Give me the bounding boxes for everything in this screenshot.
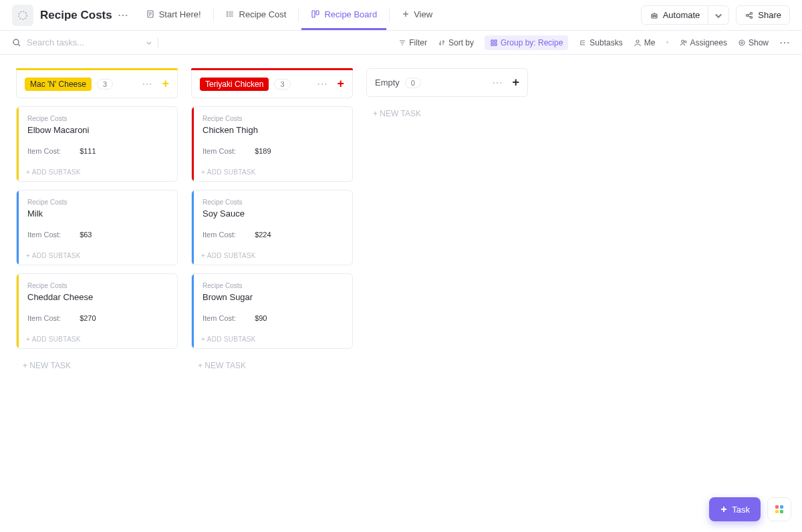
subtasks-icon <box>579 39 587 47</box>
show-button[interactable]: Show <box>738 38 769 47</box>
add-subtask-button[interactable]: + ADD SUBTASK <box>192 247 352 265</box>
view-tabs: Start Here! Recipe Cost Recipe Board Vie… <box>136 0 442 30</box>
automate-button[interactable]: Automate <box>641 5 709 25</box>
apps-icon <box>775 505 783 513</box>
add-subtask-button[interactable]: + ADD SUBTASK <box>17 330 177 348</box>
dashed-circle-icon <box>17 10 28 21</box>
plus-icon <box>720 505 728 513</box>
card-list-name: Recipe Costs <box>27 198 168 206</box>
column-count: 3 <box>274 79 290 90</box>
page-title: Recipe Costs <box>40 9 112 22</box>
task-card[interactable]: Recipe Costs Elbow Macaroni Item Cost:$1… <box>16 106 178 182</box>
column-menu-icon[interactable]: ⋯ <box>142 78 152 90</box>
column-menu-icon[interactable]: ⋯ <box>492 76 503 89</box>
tab-separator <box>298 9 299 22</box>
column-add-icon[interactable]: + <box>512 76 519 90</box>
doc-icon <box>146 9 155 19</box>
card-list-name: Recipe Costs <box>203 282 343 289</box>
filter-button[interactable]: Filter <box>398 38 427 47</box>
column-header: Mac 'N' Cheese 3 ⋯ + <box>16 70 178 98</box>
add-subtask-button[interactable]: + ADD SUBTASK <box>192 330 352 348</box>
card-title: Soy Sauce <box>203 209 343 219</box>
sort-icon <box>438 39 446 47</box>
card-list-name: Recipe Costs <box>27 115 168 122</box>
chevron-down-icon <box>714 11 723 20</box>
fab-container: Task <box>709 497 791 521</box>
task-card[interactable]: Recipe Costs Brown Sugar Item Cost:$90 +… <box>191 273 353 349</box>
more-menu[interactable]: ⋯ <box>779 36 790 49</box>
title-menu-icon[interactable]: ⋯ <box>118 9 128 21</box>
svg-point-12 <box>751 16 753 18</box>
dot-separator: • <box>666 38 668 47</box>
cost-label: Item Cost: <box>203 231 236 239</box>
svg-point-10 <box>747 14 749 16</box>
column-add-icon[interactable]: + <box>337 77 344 91</box>
svg-point-9 <box>654 15 656 17</box>
filter-toolbar: Filter Sort by Group by: Recipe Subtasks… <box>0 31 802 55</box>
card-accent <box>17 274 19 348</box>
new-task-button[interactable]: + NEW TASK <box>191 357 353 374</box>
tab-recipe-board[interactable]: Recipe Board <box>301 0 386 30</box>
add-subtask-button[interactable]: + ADD SUBTASK <box>192 163 352 181</box>
column-title: Empty <box>375 78 400 88</box>
sort-button[interactable]: Sort by <box>438 38 474 47</box>
svg-point-13 <box>13 39 19 45</box>
task-card[interactable]: Recipe Costs Chicken Thigh Item Cost:$18… <box>191 106 353 182</box>
cost-value: $270 <box>80 314 96 322</box>
column-count: 3 <box>97 79 113 90</box>
add-subtask-button[interactable]: + ADD SUBTASK <box>17 247 177 265</box>
svg-rect-16 <box>491 43 493 45</box>
tab-separator <box>389 9 390 22</box>
svg-rect-17 <box>495 43 497 45</box>
robot-icon <box>650 11 659 20</box>
column-chip[interactable]: Mac 'N' Cheese <box>25 78 92 91</box>
svg-point-19 <box>681 40 684 43</box>
eye-icon <box>738 39 746 47</box>
me-button[interactable]: Me <box>634 38 656 47</box>
card-title: Cheddar Cheese <box>27 292 168 302</box>
column-add-icon[interactable]: + <box>162 77 169 91</box>
user-icon <box>634 39 642 47</box>
card-list-name: Recipe Costs <box>203 115 343 122</box>
svg-rect-5 <box>312 11 315 17</box>
card-title: Chicken Thigh <box>203 125 343 135</box>
card-title: Elbow Macaroni <box>27 125 168 135</box>
svg-point-4 <box>227 16 227 17</box>
card-list-name: Recipe Costs <box>27 282 168 289</box>
chevron-down-icon[interactable] <box>146 39 152 46</box>
search-input[interactable] <box>27 37 140 47</box>
column-menu-icon[interactable]: ⋯ <box>317 78 327 90</box>
board-column-teriyaki-chicken: Teriyaki Chicken 3 ⋯ + Recipe Costs Chic… <box>191 68 353 374</box>
cost-label: Item Cost: <box>27 231 61 239</box>
new-task-button[interactable]: + NEW TASK <box>16 357 178 374</box>
tab-add-view[interactable]: View <box>392 0 442 30</box>
board-icon <box>311 9 320 19</box>
svg-rect-6 <box>316 11 319 15</box>
cost-value: $189 <box>255 147 271 155</box>
new-task-button[interactable]: + NEW TASK <box>366 105 528 122</box>
card-accent <box>17 190 19 265</box>
column-chip[interactable]: Teriyaki Chicken <box>200 78 269 91</box>
board-column-mac-n-cheese: Mac 'N' Cheese 3 ⋯ + Recipe Costs Elbow … <box>16 68 178 374</box>
board-view: Mac 'N' Cheese 3 ⋯ + Recipe Costs Elbow … <box>0 55 802 532</box>
task-card[interactable]: Recipe Costs Cheddar Cheese Item Cost:$2… <box>16 273 178 349</box>
card-accent <box>192 274 194 348</box>
svg-point-21 <box>739 40 745 45</box>
new-task-fab[interactable]: Task <box>709 497 761 521</box>
workspace-icon[interactable] <box>12 5 33 26</box>
svg-point-18 <box>636 40 639 43</box>
share-button[interactable]: Share <box>736 5 790 25</box>
group-by-button[interactable]: Group by: Recipe <box>485 35 568 50</box>
tab-recipe-cost[interactable]: Recipe Cost <box>217 0 296 30</box>
tab-start-here[interactable]: Start Here! <box>136 0 211 30</box>
apps-fab[interactable] <box>767 497 791 521</box>
task-card[interactable]: Recipe Costs Milk Item Cost:$63 + ADD SU… <box>16 190 178 265</box>
subtasks-button[interactable]: Subtasks <box>579 38 622 47</box>
automate-dropdown[interactable] <box>708 5 729 25</box>
assignees-button[interactable]: Assignees <box>680 38 727 47</box>
add-subtask-button[interactable]: + ADD SUBTASK <box>17 163 177 181</box>
task-card[interactable]: Recipe Costs Soy Sauce Item Cost:$224 + … <box>191 190 353 265</box>
list-icon <box>226 9 235 19</box>
svg-point-20 <box>684 41 686 43</box>
card-accent <box>17 107 19 181</box>
